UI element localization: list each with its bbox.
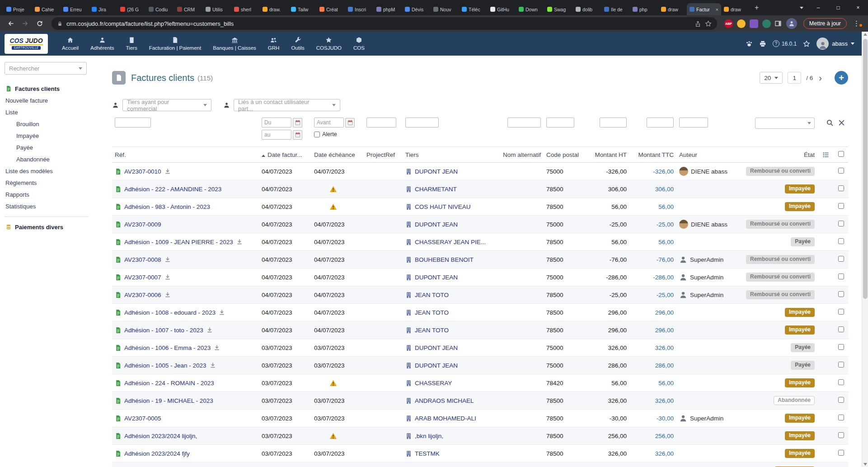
browser-tab[interactable]: sherl ×: [231, 3, 260, 15]
row-checkbox[interactable]: [838, 168, 844, 174]
invoice-ref-link[interactable]: Adhésion - 1008 - edouard - 2023: [124, 309, 216, 316]
row-checkbox[interactable]: [838, 326, 844, 332]
sidebar-item[interactable]: [5, 217, 89, 217]
browser-tab[interactable]: Erreu ×: [61, 3, 89, 15]
browser-tab[interactable]: Téléc ×: [459, 3, 488, 15]
browser-tab[interactable]: Créat ×: [317, 3, 345, 15]
invoice-ref-link[interactable]: AV2307-0009: [124, 221, 161, 228]
back-button[interactable]: [5, 17, 17, 30]
search-zip-input[interactable]: [546, 118, 574, 127]
download-icon[interactable]: [164, 274, 171, 280]
col-header-amount-ht[interactable]: Montant HT: [585, 147, 629, 163]
row-checkbox[interactable]: [838, 362, 844, 368]
bookmarks-star-icon[interactable]: [803, 40, 810, 47]
row-checkbox[interactable]: [838, 344, 844, 350]
browser-tab[interactable]: dolib ×: [573, 3, 601, 15]
row-checkbox[interactable]: [838, 309, 844, 315]
browser-tab[interactable]: (26 G ×: [117, 3, 146, 15]
browser-tab[interactable]: Utilis ×: [203, 3, 231, 15]
thirdparty-link[interactable]: DUPONT JEAN: [415, 274, 458, 281]
col-header-altname[interactable]: Nom alternatif: [499, 147, 544, 163]
sidebar-item[interactable]: Rapports: [5, 189, 89, 200]
thirdparty-link[interactable]: DUPONT JEAN: [415, 362, 458, 369]
extension-icon[interactable]: [750, 19, 758, 28]
sidebar-item[interactable]: Impayée: [5, 130, 89, 142]
browser-tab[interactable]: Factur ×: [687, 3, 721, 15]
browser-tab[interactable]: php ×: [630, 3, 658, 15]
invoice-ref-link[interactable]: Adhésion 2023/2024 fjfy: [124, 450, 190, 457]
col-header-project[interactable]: ProjectRef: [364, 147, 403, 163]
sidebar-item[interactable]: Abandonnée: [5, 153, 89, 165]
scroll-up-arrow[interactable]: [863, 33, 867, 36]
row-checkbox[interactable]: [838, 221, 844, 226]
invoice-ref-link[interactable]: AV2307-0005: [124, 415, 161, 422]
extension-icon[interactable]: [737, 19, 746, 28]
address-bar[interactable]: crm.cosjudo.fr/compta/facture/list.php?l…: [52, 17, 717, 30]
row-checkbox[interactable]: [838, 274, 844, 279]
thirdparty-link[interactable]: JEAN TOTO: [415, 309, 449, 316]
side-panel-icon[interactable]: [774, 20, 782, 27]
topmenu-item[interactable]: Facturation | Paiement: [143, 32, 207, 56]
list-view-icon[interactable]: [822, 151, 829, 158]
page-number-input[interactable]: 1: [788, 72, 801, 84]
debugbar-paw-icon[interactable]: [746, 40, 753, 47]
lock-icon[interactable]: [57, 21, 63, 27]
print-icon[interactable]: [759, 40, 766, 47]
col-header-author[interactable]: Auteur: [676, 147, 740, 163]
row-checkbox[interactable]: [838, 397, 844, 403]
search-thirdparty-input[interactable]: [405, 118, 439, 127]
thirdparty-link[interactable]: COS HAUT NIVEAU: [415, 203, 471, 210]
extension-icon[interactable]: ABP: [724, 19, 733, 28]
calendar-button[interactable]: [293, 118, 302, 127]
forward-button[interactable]: [19, 17, 32, 30]
browser-tab[interactable]: Proje ×: [4, 3, 32, 15]
chrome-update-button[interactable]: Mettre à jour: [803, 18, 847, 29]
thirdparty-link[interactable]: DUPONT JEAN: [415, 221, 458, 228]
invoice-ref-link[interactable]: Adhésion - 19 - MICHAEL - 2023: [124, 397, 213, 404]
browser-tab[interactable]: Dévis ×: [402, 3, 431, 15]
download-icon[interactable]: [164, 256, 171, 263]
salesrep-filter-select[interactable]: Tiers ayant pour commercial: [122, 99, 211, 111]
thirdparty-link[interactable]: DUPONT JEAN: [415, 168, 458, 175]
new-invoice-button[interactable]: +: [835, 71, 848, 85]
col-header-thirdparty[interactable]: Tiers: [403, 147, 499, 163]
date-from-input[interactable]: [262, 118, 291, 127]
thirdparty-link[interactable]: CHASSERAY JEAN PIE...: [415, 239, 486, 245]
browser-tab[interactable]: Nouv ×: [431, 3, 459, 15]
thirdparty-link[interactable]: ARAB MOHAMED-ALI: [415, 415, 476, 422]
close-window-button[interactable]: ×: [848, 0, 868, 15]
topmenu-item[interactable]: Tiers: [120, 32, 143, 56]
thirdparty-link[interactable]: ANDRAOS MICHAEL: [415, 397, 474, 404]
browser-tab[interactable]: draw ×: [658, 3, 687, 15]
browser-tab[interactable]: Cahie ×: [32, 3, 61, 15]
topmenu-item[interactable]: GRH: [262, 32, 286, 56]
browser-tab[interactable]: Swag ×: [544, 3, 573, 15]
reload-button[interactable]: [33, 17, 46, 30]
search-amount-ttc-input[interactable]: [647, 118, 674, 127]
maximize-button[interactable]: □: [828, 0, 848, 15]
thirdparty-link[interactable]: TESTMK: [415, 450, 440, 457]
download-icon[interactable]: [210, 362, 216, 368]
browser-tab[interactable]: Down ×: [516, 3, 544, 15]
browser-tab[interactable]: phpM ×: [374, 3, 402, 15]
browser-tab[interactable]: GitHu ×: [488, 3, 516, 15]
sidebar-item[interactable]: Liste des modèles: [5, 165, 89, 177]
clear-filters-button[interactable]: [838, 119, 845, 127]
calendar-button[interactable]: [293, 130, 302, 140]
invoice-ref-link[interactable]: Adhésion - 224 - ROMAIN - 2023: [124, 380, 214, 387]
sidebar-item[interactable]: Payée: [5, 142, 89, 153]
browser-tab[interactable]: Tailw ×: [288, 3, 317, 15]
sidebar-item[interactable]: Règlements: [5, 177, 89, 189]
thirdparty-link[interactable]: ,bkn lijoljn,: [415, 433, 443, 439]
sidebar-item[interactable]: Factures clients: [5, 83, 89, 94]
download-icon[interactable]: [219, 309, 225, 316]
col-header-invoice-date[interactable]: Date factur...: [259, 147, 311, 163]
invoice-ref-link[interactable]: Adhésion - 1006 - Emma - 2023: [124, 344, 211, 351]
browser-tab[interactable]: draw. ×: [260, 3, 288, 15]
invoice-ref-link[interactable]: Adhésion - 222 - AMANDINE - 2023: [124, 186, 221, 193]
col-header-status[interactable]: État: [740, 147, 817, 163]
download-icon[interactable]: [206, 327, 213, 333]
sidebar-item[interactable]: Brouillon: [5, 118, 89, 130]
invoice-ref-link[interactable]: Adhésion - 1005 - Jean - 2023: [124, 362, 206, 369]
invoice-ref-link[interactable]: Adhésion 2023/2024 lijoljn,: [124, 433, 197, 439]
